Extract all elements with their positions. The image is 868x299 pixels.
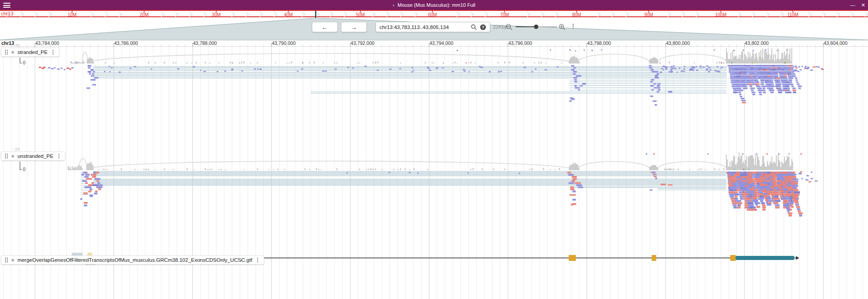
overview-chrom-label: chr13 [1,11,14,16]
close-track-icon[interactable]: ✕ [11,258,15,263]
drag-handle-icon[interactable] [5,153,8,159]
svg-text:43,804,000: 43,804,000 [824,40,848,46]
svg-text:43,800,000: 43,800,000 [666,40,690,46]
track-label-stranded-pe[interactable]: ✕ stranded_PE ⋮ [1,48,59,57]
track-menu-kebab-icon[interactable]: ⋮ [50,49,56,55]
svg-text:43,798,000: 43,798,000 [587,40,611,46]
track-stranded_PE[interactable] [39,48,824,105]
track-label-unstranded-pe[interactable]: ✕ unstranded_PE ⋮ [1,152,65,161]
close-track-icon[interactable]: ✕ [11,50,15,55]
track-menu-kebab-icon[interactable]: ⋮ [56,153,62,159]
svg-text:43,802,000: 43,802,000 [745,40,769,46]
jbrowse-window: › Mouse (Mus Musculus): mm10 Full — ✕ 10… [0,0,868,299]
tracks-canvas: 43,784,00043,786,00043,788,00043,790,000… [0,0,868,299]
svg-text:43,784,000: 43,784,000 [35,40,59,46]
track-name-label: mergeOverlapGenesOfFilteredTranscriptsOf… [17,257,252,263]
close-track-icon[interactable]: ✕ [11,154,15,159]
svg-text:43,788,000: 43,788,000 [193,40,217,46]
ruler-labels: 43,784,00043,786,00043,788,00043,790,000… [35,40,848,47]
track-name-label: unstranded_PE [17,153,53,159]
svg-text:35: 35 [15,43,20,48]
drag-handle-icon[interactable] [5,257,8,263]
svg-text:0: 0 [23,60,26,65]
svg-text:0: 0 [23,167,26,172]
track-name-label: stranded_PE [17,49,48,55]
svg-text:43,786,000: 43,786,000 [114,40,138,46]
drag-handle-icon[interactable] [5,49,8,55]
track-label-gtf[interactable]: ✕ mergeOverlapGenesOfFilteredTranscripts… [1,255,264,265]
svg-text:43,792,000: 43,792,000 [350,40,375,46]
svg-text:43,790,000: 43,790,000 [272,40,296,46]
ruler-chrom-label: chr13 [1,40,14,46]
svg-text:43,796,000: 43,796,000 [508,40,533,46]
svg-text:43,794,000: 43,794,000 [429,40,454,46]
track-menu-kebab-icon[interactable]: ⋮ [255,257,261,263]
svg-text:28: 28 [15,147,20,152]
